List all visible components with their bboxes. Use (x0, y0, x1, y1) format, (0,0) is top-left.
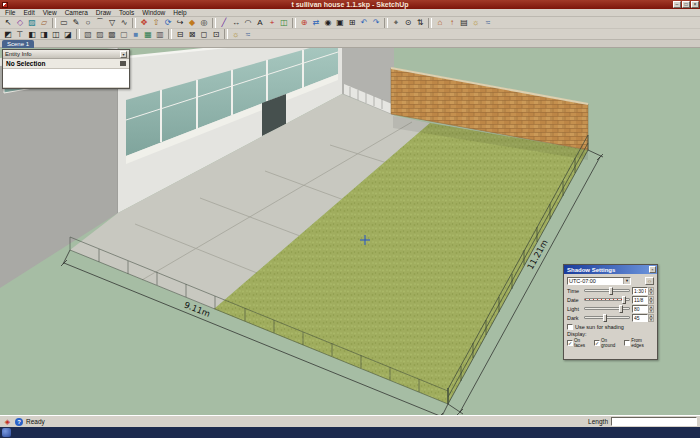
maximize-button[interactable]: □ (682, 1, 690, 8)
polygon-tool[interactable]: ▽ (106, 17, 118, 28)
arc-tool[interactable]: ⌒ (94, 17, 106, 28)
line-tool[interactable]: ✎ (70, 17, 82, 28)
push-pull-tool[interactable]: ⇧ (150, 17, 162, 28)
time-stepper[interactable]: ▲▼ (648, 287, 654, 295)
time-slider-thumb[interactable] (609, 287, 613, 295)
menu-draw[interactable]: Draw (92, 9, 115, 17)
on-ground-checkbox[interactable]: ✓ (594, 340, 600, 346)
iso-view-button[interactable]: ◩ (2, 29, 14, 40)
axes-tool[interactable]: + (266, 17, 278, 28)
dark-slider[interactable] (584, 316, 630, 319)
freehand-tool[interactable]: ∿ (118, 17, 130, 28)
dialog-close-icon[interactable]: × (649, 266, 656, 273)
on-faces-checkbox[interactable]: ✓ (567, 340, 573, 346)
help-icon[interactable]: ? (15, 418, 23, 426)
time-slider[interactable] (584, 289, 630, 292)
tape-measure-tool[interactable]: ╱ (218, 17, 230, 28)
close-button[interactable]: × (691, 1, 699, 8)
section-cut-button[interactable]: ⊡ (210, 29, 222, 40)
minimize-button[interactable]: – (673, 1, 681, 8)
look-around-tool[interactable]: ⊙ (402, 17, 414, 28)
dimension-tool[interactable]: ↔ (230, 17, 242, 28)
text-tool[interactable]: A (254, 17, 266, 28)
date-stepper[interactable]: ▲▼ (648, 296, 654, 304)
make-component[interactable]: ◇ (14, 17, 26, 28)
next-view-button[interactable]: ↷ (370, 17, 382, 28)
hide-similar-components-button[interactable]: ⊠ (186, 29, 198, 40)
walk-tool[interactable]: ⇅ (414, 17, 426, 28)
light-input[interactable] (632, 305, 648, 313)
hide-rest-of-model-button[interactable]: ⊟ (174, 29, 186, 40)
zoom-window-tool[interactable]: ▣ (334, 17, 346, 28)
top-view-button[interactable]: ⊤ (14, 29, 26, 40)
select-tool[interactable]: ↖ (2, 17, 14, 28)
rotate-tool[interactable]: ⟳ (162, 17, 174, 28)
eraser-tool[interactable]: ▱ (38, 17, 50, 28)
paint-bucket-tool[interactable]: ▨ (26, 17, 38, 28)
back-edges-button[interactable]: ▨ (94, 29, 106, 40)
time-input[interactable] (632, 287, 648, 295)
scene-tab-strip: Scene 1 (0, 40, 700, 48)
from-edges-checkbox[interactable] (624, 340, 630, 346)
front-view-button[interactable]: ◧ (26, 29, 38, 40)
zoom-extents-tool[interactable]: ⊞ (346, 17, 358, 28)
menu-view[interactable]: View (39, 9, 61, 17)
menu-help[interactable]: Help (169, 9, 190, 17)
layers-button[interactable]: ▤ (458, 17, 470, 28)
dark-input[interactable] (632, 314, 648, 322)
panel-collapse-button[interactable]: ▾ (120, 51, 127, 58)
position-camera-tool[interactable]: ⌖ (390, 17, 402, 28)
rectangle-tool[interactable]: ▭ (58, 17, 70, 28)
model-viewport[interactable]: 9.11m 11.21m Entity Info ▾ No Selection (0, 48, 700, 415)
previous-view-button[interactable]: ↶ (358, 17, 370, 28)
orbit-tool[interactable]: ⊕ (298, 17, 310, 28)
dark-stepper[interactable]: ▲▼ (648, 314, 654, 322)
menu-window[interactable]: Window (138, 9, 169, 17)
date-input[interactable] (632, 296, 648, 304)
shadow-settings-titlebar[interactable]: Shadow Settings × (564, 265, 657, 274)
menu-tools[interactable]: Tools (115, 9, 138, 17)
shadow-settings-button[interactable]: ☼ (230, 29, 242, 40)
date-slider-thumb[interactable] (622, 296, 626, 304)
use-sun-checkbox[interactable] (567, 324, 573, 330)
light-slider[interactable] (584, 307, 630, 310)
right-view-button[interactable]: ◨ (38, 29, 50, 40)
textured-mode-button[interactable]: ▦ (142, 29, 154, 40)
xray-mode-button[interactable]: ▧ (82, 29, 94, 40)
hidden-line-mode-button[interactable]: ▢ (118, 29, 130, 40)
section-plane-tool[interactable]: ◫ (278, 17, 290, 28)
get-models-button[interactable]: ⌂ (434, 17, 446, 28)
date-slider[interactable] (584, 298, 630, 301)
follow-me-tool[interactable]: ↪ (174, 17, 186, 28)
protractor-tool[interactable]: ◠ (242, 17, 254, 28)
shadows-toggle-button[interactable]: ☼ (470, 17, 482, 28)
back-view-button[interactable]: ◫ (50, 29, 62, 40)
move-tool[interactable]: ✥ (138, 17, 150, 28)
timezone-select[interactable]: UTC-07:00 ▼ (567, 277, 631, 285)
share-model-button[interactable]: ↑ (446, 17, 458, 28)
toggle-shadows-button[interactable]: ☼ (645, 277, 654, 285)
section-display-button[interactable]: ◻ (198, 29, 210, 40)
shaded-mode-button[interactable]: ■ (130, 29, 142, 40)
taskbar-app-icon[interactable] (2, 428, 11, 437)
menu-file[interactable]: File (1, 9, 19, 17)
fog-toggle-button[interactable]: ≈ (482, 17, 494, 28)
pan-tool[interactable]: ⇄ (310, 17, 322, 28)
circle-tool[interactable]: ○ (82, 17, 94, 28)
toolbar-separator (52, 18, 56, 28)
wireframe-mode-button[interactable]: ▩ (106, 29, 118, 40)
zoom-tool[interactable]: ◉ (322, 17, 334, 28)
fog-button[interactable]: ≈ (242, 29, 254, 40)
menu-edit[interactable]: Edit (19, 9, 38, 17)
geolocation-icon[interactable]: ◈ (3, 417, 12, 426)
measurement-input[interactable] (611, 417, 697, 426)
tab-scene-1[interactable]: Scene 1 (2, 40, 34, 48)
left-view-button[interactable]: ◪ (62, 29, 74, 40)
monochrome-mode-button[interactable]: ▥ (154, 29, 166, 40)
dark-slider-thumb[interactable] (603, 314, 607, 322)
light-stepper[interactable]: ▲▼ (648, 305, 654, 313)
offset-tool[interactable]: ◎ (198, 17, 210, 28)
menu-camera[interactable]: Camera (61, 9, 92, 17)
scale-tool[interactable]: ◆ (186, 17, 198, 28)
light-slider-thumb[interactable] (619, 305, 623, 313)
